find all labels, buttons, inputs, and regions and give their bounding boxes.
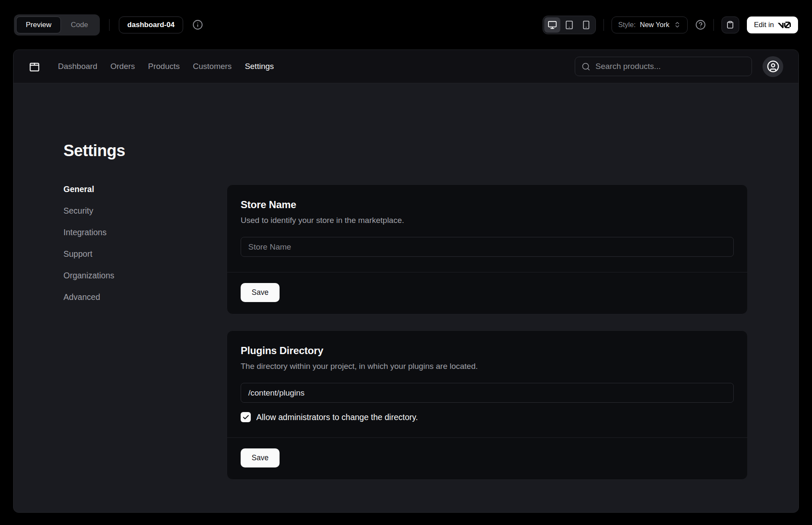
card-description: The directory within your project, in wh… bbox=[241, 362, 734, 371]
toolbar-divider bbox=[109, 19, 110, 31]
sidebar-item-general[interactable]: General bbox=[63, 184, 227, 194]
search-icon bbox=[582, 62, 590, 71]
edit-in-v0-label: Edit in bbox=[754, 21, 774, 29]
card-footer: Save bbox=[227, 272, 747, 314]
toolbar-divider bbox=[713, 19, 714, 31]
allow-admins-checkbox[interactable] bbox=[241, 412, 251, 422]
sidebar-item-security[interactable]: Security bbox=[63, 206, 227, 216]
plugins-directory-card: Plugins Directory The directory within y… bbox=[227, 330, 748, 480]
sidebar-item-support[interactable]: Support bbox=[63, 249, 227, 259]
store-navbar: Dashboard Orders Products Customers Sett… bbox=[14, 50, 798, 83]
nav-item-customers[interactable]: Customers bbox=[193, 62, 232, 71]
nav-links: Dashboard Orders Products Customers Sett… bbox=[58, 62, 274, 71]
save-button[interactable]: Save bbox=[241, 448, 280, 467]
nav-item-orders[interactable]: Orders bbox=[110, 62, 135, 71]
search-input[interactable] bbox=[595, 62, 745, 71]
style-select[interactable]: Style: New York bbox=[612, 16, 688, 33]
nav-item-settings[interactable]: Settings bbox=[245, 62, 274, 71]
sidebar-item-advanced[interactable]: Advanced bbox=[63, 292, 227, 302]
search-box bbox=[575, 57, 752, 76]
v0-logo-icon bbox=[778, 22, 791, 28]
settings-page: Settings General Security Integrations S… bbox=[14, 83, 798, 480]
help-icon[interactable] bbox=[695, 19, 706, 30]
sidebar-item-organizations[interactable]: Organizations bbox=[63, 271, 227, 280]
sidebar-item-integrations[interactable]: Integrations bbox=[63, 228, 227, 237]
tablet-view-button[interactable] bbox=[561, 17, 577, 33]
chevrons-up-down-icon bbox=[674, 21, 681, 28]
page-title: Settings bbox=[63, 142, 748, 160]
clipboard-icon bbox=[726, 21, 734, 29]
info-icon[interactable] bbox=[192, 19, 203, 30]
preview-window: Dashboard Orders Products Customers Sett… bbox=[13, 49, 799, 513]
save-button[interactable]: Save bbox=[241, 283, 280, 302]
card-description: Used to identify your store in the marke… bbox=[241, 216, 734, 225]
circle-user-icon bbox=[767, 60, 779, 73]
user-menu-button[interactable] bbox=[763, 56, 783, 77]
card-footer: Save bbox=[227, 437, 747, 479]
store-name-card: Store Name Used to identify your store i… bbox=[227, 184, 748, 314]
nav-item-products[interactable]: Products bbox=[148, 62, 180, 71]
code-tab[interactable]: Code bbox=[61, 16, 98, 33]
project-badge: dashboard-04 bbox=[119, 16, 183, 33]
card-title: Plugins Directory bbox=[241, 345, 734, 357]
preview-tab[interactable]: Preview bbox=[16, 16, 61, 33]
mobile-view-button[interactable] bbox=[578, 17, 594, 33]
view-toggle-group: Preview Code bbox=[14, 14, 100, 36]
copy-code-button[interactable] bbox=[721, 16, 739, 33]
desktop-view-button[interactable] bbox=[544, 17, 560, 33]
toolbar-divider bbox=[604, 19, 604, 31]
checkbox-label[interactable]: Allow administrators to change the direc… bbox=[256, 412, 418, 422]
settings-sidebar: General Security Integrations Support Or… bbox=[63, 184, 227, 302]
nav-item-dashboard[interactable]: Dashboard bbox=[58, 62, 97, 71]
allow-admins-checkbox-row: Allow administrators to change the direc… bbox=[241, 412, 734, 422]
device-toggle-group bbox=[543, 16, 596, 34]
check-icon bbox=[242, 414, 250, 421]
style-select-value: New York bbox=[640, 21, 669, 29]
plugins-directory-input[interactable] bbox=[241, 383, 734, 403]
edit-in-v0-button[interactable]: Edit in bbox=[747, 16, 798, 33]
style-select-label: Style: bbox=[618, 21, 636, 29]
store-name-input[interactable] bbox=[241, 237, 734, 257]
package-icon[interactable] bbox=[29, 61, 40, 72]
card-title: Store Name bbox=[241, 199, 734, 211]
v0-toolbar: Preview Code dashboard-04 bbox=[0, 0, 812, 49]
